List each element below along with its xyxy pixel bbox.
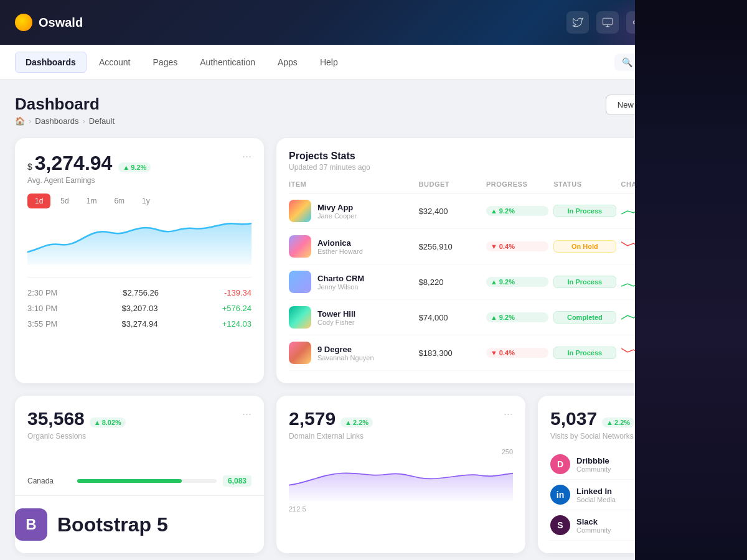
monitor-icon bbox=[602, 17, 613, 28]
invite-button[interactable]: + Invite bbox=[686, 13, 732, 32]
earnings-more-button[interactable]: ··· bbox=[242, 151, 251, 162]
project-chart-mivy bbox=[621, 202, 665, 220]
social-data: 5,037 ▲ 2.2% Visits by Social Networks bbox=[550, 408, 634, 441]
project-row-avionica: Avionica Esther Howard $256,910 ▼ 0.4% O… bbox=[289, 229, 720, 264]
project-name-tower: Tower Hill bbox=[317, 309, 355, 319]
country-bars: Canada 6,083 bbox=[27, 472, 251, 490]
project-progress-tower: ▲ 9.2% bbox=[486, 312, 548, 322]
project-view-9degree[interactable]: → bbox=[688, 345, 705, 361]
row-time-3: 3:55 PM bbox=[27, 319, 57, 329]
row-time-2: 3:10 PM bbox=[27, 304, 57, 313]
project-status-avionica: On Hold bbox=[553, 240, 616, 253]
time-tab-5d[interactable]: 5d bbox=[53, 194, 76, 208]
breadcrumb-dashboards[interactable]: Dashboards bbox=[35, 116, 78, 126]
nav-item-apps[interactable]: Apps bbox=[268, 52, 308, 72]
row-amount-1: $2,756.26 bbox=[123, 288, 159, 297]
nav-icon-bird[interactable] bbox=[566, 11, 589, 34]
domain-links-number-row: 2,579 ▲ 2.2% bbox=[289, 408, 373, 429]
time-tab-6m[interactable]: 6m bbox=[106, 194, 132, 208]
project-item-avionica: Avionica Esther Howard bbox=[289, 235, 414, 258]
bootstrap-overlay: B Bootstrap 5 bbox=[15, 495, 264, 553]
history-button[interactable]: History bbox=[679, 151, 720, 166]
reports-button[interactable]: Reports bbox=[679, 95, 732, 115]
app-name: Oswald bbox=[39, 16, 83, 30]
slack-info: Slack Community bbox=[576, 517, 611, 534]
social-count: 5,037 bbox=[550, 408, 597, 429]
project-item-mivy: Mivy App Jane Cooper bbox=[289, 200, 414, 222]
slack-badge: ▲ 0.2% bbox=[689, 521, 720, 530]
user-avatar[interactable]: JD bbox=[656, 11, 679, 34]
nav-icon-share[interactable] bbox=[626, 11, 649, 34]
col-view: VIEW bbox=[688, 180, 720, 188]
nav-item-pages[interactable]: Pages bbox=[143, 52, 188, 72]
social-badge: ▲ 2.2% bbox=[602, 418, 634, 427]
time-tab-1y[interactable]: 1y bbox=[134, 194, 157, 208]
col-status: STATUS bbox=[553, 180, 616, 188]
project-item-tower: Tower Hill Cody Fisher bbox=[289, 306, 414, 329]
project-icon-9degree bbox=[289, 342, 311, 364]
row-change-2: +576.24 bbox=[222, 304, 251, 313]
earnings-amount: 3,274.94 bbox=[35, 152, 113, 175]
search-input[interactable] bbox=[637, 57, 725, 67]
nav-item-authentication[interactable]: Authentication bbox=[190, 52, 265, 72]
project-budget-tower: $74,000 bbox=[419, 313, 481, 322]
country-name-canada: Canada bbox=[27, 477, 71, 485]
organic-sessions-badge: ▲ 8.02% bbox=[90, 418, 126, 427]
project-progress-9degree: ▼ 0.4% bbox=[486, 348, 548, 358]
col-budget: BUDGET bbox=[419, 180, 481, 188]
linkedin-name: Linked In bbox=[576, 487, 616, 496]
project-info-avionica: Avionica Esther Howard bbox=[317, 238, 363, 255]
project-view-tower[interactable]: → bbox=[688, 309, 705, 325]
project-item-9degree: 9 Degree Savannah Nguyen bbox=[289, 342, 414, 364]
slack-sub: Community bbox=[576, 526, 611, 534]
nav-right-actions: JD + Invite bbox=[566, 11, 732, 34]
nav-item-account[interactable]: Account bbox=[89, 52, 141, 72]
project-person-charto: Jenny Wilson bbox=[317, 283, 364, 291]
nav-icon-monitor[interactable] bbox=[596, 11, 619, 34]
domain-links-label: Domain External Links bbox=[289, 432, 373, 441]
row-2: 35,568 ▲ 8.02% Organic Sessions ··· Cana… bbox=[15, 396, 732, 553]
domain-links-svg bbox=[289, 458, 513, 502]
project-budget-mivy: $32,400 bbox=[419, 207, 481, 216]
project-icon-avionica bbox=[289, 235, 311, 258]
social-number-row: 5,037 ▲ 2.2% bbox=[550, 408, 634, 429]
social-networks-card: 5,037 ▲ 2.2% Visits by Social Networks ·… bbox=[538, 396, 732, 553]
projects-updated: Updated 37 minutes ago bbox=[289, 163, 370, 172]
earnings-card: $ 3,274.94 ▲ 9.2% Avg. Agent Earnings ··… bbox=[15, 138, 264, 383]
earnings-label: Avg. Agent Earnings bbox=[27, 176, 151, 185]
organic-sessions-number-row: 35,568 ▲ 8.02% bbox=[27, 408, 126, 429]
time-tab-1d[interactable]: 1d bbox=[27, 194, 50, 208]
dribbble-info: Dribbble Community bbox=[576, 456, 611, 473]
country-bar-canada bbox=[77, 479, 217, 483]
earnings-row-1: 2:30 PM $2,756.26 -139.34 bbox=[27, 285, 251, 301]
projects-table-header: ITEM BUDGET PROGRESS STATUS CHART VIEW bbox=[289, 180, 720, 194]
project-row-tower: Tower Hill Cody Fisher $74,000 ▲ 9.2% Co… bbox=[289, 300, 720, 335]
time-tab-1m[interactable]: 1m bbox=[79, 194, 105, 208]
row-amount-3: $3,274.94 bbox=[122, 319, 158, 329]
dribbble-badge: ▲ 2.6% bbox=[689, 460, 720, 469]
organic-sessions-count: 35,568 bbox=[27, 408, 85, 429]
project-name-9degree: 9 Degree bbox=[317, 345, 374, 354]
slack-name: Slack bbox=[576, 517, 611, 526]
dribbble-icon: D bbox=[550, 454, 570, 474]
project-info-tower: Tower Hill Cody Fisher bbox=[317, 309, 355, 326]
project-view-mivy[interactable]: → bbox=[688, 203, 705, 219]
domain-links-more[interactable]: ··· bbox=[504, 408, 513, 419]
social-more[interactable]: ··· bbox=[710, 408, 720, 419]
new-project-button[interactable]: New Project bbox=[606, 95, 673, 115]
logo[interactable]: Oswald bbox=[15, 14, 83, 31]
organic-sessions-more[interactable]: ··· bbox=[242, 408, 251, 419]
dribbble-count: 579 bbox=[664, 459, 679, 469]
project-budget-9degree: $183,300 bbox=[419, 348, 481, 358]
svg-line-7 bbox=[636, 20, 639, 22]
page-content: Dashboard 🏠 › Dashboards › Default New P… bbox=[0, 80, 747, 560]
project-view-avionica[interactable]: → bbox=[688, 238, 705, 254]
domain-links-card: 2,579 ▲ 2.2% Domain External Links ··· 2… bbox=[276, 396, 525, 553]
project-name-mivy: Mivy App bbox=[317, 203, 357, 212]
nav-item-help[interactable]: Help bbox=[310, 52, 348, 72]
social-row-dribbble: D Dribbble Community 579 ▲ 2.6% bbox=[550, 449, 720, 480]
project-view-charto[interactable]: → bbox=[688, 274, 705, 290]
project-chart-avionica bbox=[621, 237, 665, 256]
earnings-chart bbox=[27, 215, 251, 267]
nav-item-dashboards[interactable]: Dashboards bbox=[15, 52, 87, 73]
